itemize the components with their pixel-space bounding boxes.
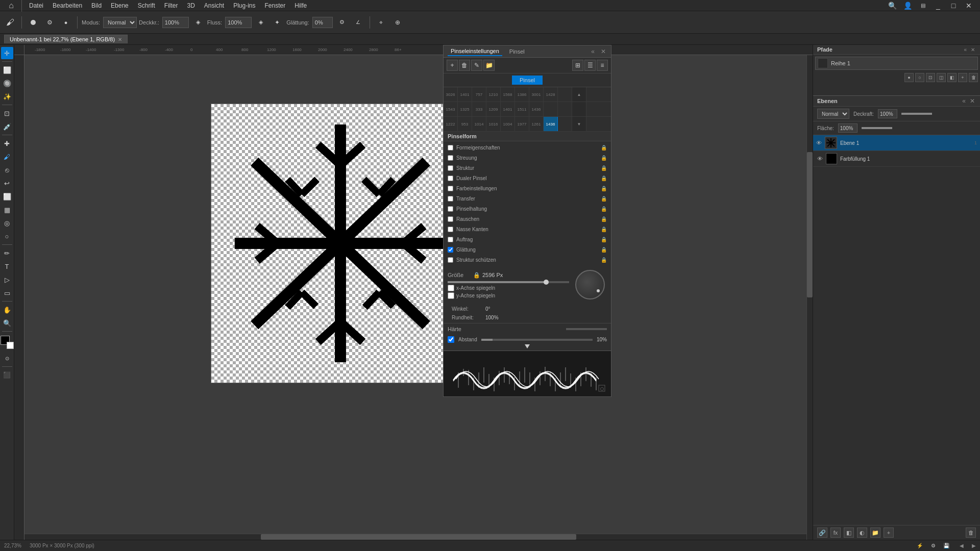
tool-hand[interactable]: ✋ <box>1 304 13 316</box>
status-save-btn[interactable]: 💾 <box>941 542 951 550</box>
y-achse-checkbox[interactable] <box>448 292 454 299</box>
add-group-btn[interactable]: 📁 <box>870 528 880 538</box>
tool-zoom[interactable]: 🔍 <box>1 317 13 329</box>
size-slider-thumb[interactable] <box>544 280 549 285</box>
pfade-stroke-btn[interactable]: ○ <box>915 73 924 82</box>
background-color[interactable] <box>7 342 14 349</box>
pinselhaltung-checkbox[interactable] <box>448 206 453 212</box>
brush-cell[interactable]: 1016 <box>486 117 501 131</box>
pfade-from-selection-btn[interactable]: ◫ <box>937 73 946 82</box>
size-slider[interactable] <box>448 281 569 283</box>
prev-page-btn[interactable]: ◀ <box>960 543 964 548</box>
brush-toggle-btn[interactable]: ● <box>59 15 73 30</box>
pressure-btn[interactable]: ⊕ <box>390 15 405 30</box>
brush-cell[interactable] <box>558 102 572 116</box>
brush-cell-scroll[interactable]: ▼ <box>572 117 586 131</box>
document-tab[interactable]: Unbenannt-1 bei 22,7% (Ebene 1, RGB/8) ✕ <box>4 35 128 43</box>
brush-cell[interactable]: 1568 <box>501 87 515 102</box>
menu-bearbeiten[interactable]: Bearbeiten <box>48 1 86 10</box>
menu-hilfe[interactable]: Hilfe <box>290 1 311 10</box>
next-page-btn[interactable]: ▶ <box>972 543 976 548</box>
new-brush-btn[interactable]: + <box>447 60 458 71</box>
menu-fenster[interactable]: Fenster <box>261 1 290 10</box>
menu-schrift[interactable]: Schrift <box>134 1 159 10</box>
abstand-slider[interactable] <box>481 339 593 341</box>
layer-visibility-icon[interactable]: 👁 <box>816 140 822 146</box>
brush-cell[interactable]: 1325 <box>458 102 472 116</box>
pinsel-mode-btn[interactable]: Pinsel <box>512 76 543 85</box>
tool-magic-wand[interactable]: ✨ <box>1 90 13 103</box>
pfade-mask-btn[interactable]: ◧ <box>947 73 957 82</box>
brush-cell-scroll[interactable]: ▲ <box>572 87 586 102</box>
airbrush-btn[interactable]: ✦ <box>270 15 284 30</box>
brush-settings-btn[interactable]: ⚙ <box>42 15 57 30</box>
brush-cell[interactable]: 1222 <box>444 117 458 131</box>
brush-cell[interactable]: 1401 <box>501 102 515 116</box>
brush-cell[interactable]: 333 <box>472 102 486 116</box>
streuung-lock[interactable]: 🔒 <box>601 155 607 161</box>
pfade-close-btn[interactable]: ✕ <box>970 47 976 53</box>
add-mask-btn[interactable]: ◧ <box>844 528 854 538</box>
brush-cell[interactable]: 1511 <box>515 102 529 116</box>
brush-cell[interactable]: 1401 <box>458 87 472 102</box>
tool-eraser[interactable]: ⬜ <box>1 190 13 203</box>
tool-move[interactable]: ✛ <box>1 47 13 59</box>
brush-size-btn[interactable] <box>26 15 40 30</box>
menu-ansicht[interactable]: Ansicht <box>200 1 228 10</box>
brush-cell[interactable]: 1210 <box>486 87 501 102</box>
farbeinstellungen-lock[interactable]: 🔒 <box>601 186 607 191</box>
menu-bild[interactable]: Bild <box>87 1 106 10</box>
rauschen-checkbox[interactable] <box>448 216 453 222</box>
struktur-checkbox[interactable] <box>448 165 453 171</box>
delete-brush-btn[interactable]: 🗑 <box>459 60 470 71</box>
pfade-path-row[interactable]: Reihe 1 <box>815 57 978 70</box>
streuung-checkbox[interactable] <box>448 155 453 161</box>
brush-cell[interactable]: 3026 <box>444 87 458 102</box>
angle-btn[interactable]: ∠ <box>351 15 365 30</box>
brush-cell-scroll[interactable] <box>572 102 586 116</box>
tool-stamp[interactable]: ⎋ <box>1 164 13 176</box>
brush-cell[interactable]: 3001 <box>529 87 544 102</box>
tool-selection-rect[interactable]: ⬜ <box>1 64 13 76</box>
vertical-scrollbar[interactable] <box>806 55 813 540</box>
add-adjustment-btn[interactable]: ◐ <box>857 528 867 538</box>
struktur-schuetzen-checkbox[interactable] <box>448 257 453 263</box>
x-achse-checkbox[interactable] <box>448 285 454 291</box>
flaeche-input[interactable] <box>838 123 857 133</box>
auftrag-checkbox[interactable] <box>448 237 453 242</box>
tool-lasso[interactable]: 🔘 <box>1 77 13 89</box>
pfade-delete-btn[interactable]: 🗑 <box>969 73 978 82</box>
pinselhaltung-lock[interactable]: 🔒 <box>601 206 607 212</box>
struktur-lock[interactable]: 🔒 <box>601 165 607 171</box>
transfer-lock[interactable]: 🔒 <box>601 196 607 202</box>
layers-close-btn[interactable]: ✕ <box>969 97 976 105</box>
grid-view-btn[interactable]: ⊞ <box>572 60 583 71</box>
home-btn[interactable]: ⌂ <box>4 0 18 13</box>
formeigenschaften-checkbox[interactable] <box>448 145 453 151</box>
status-gpu-btn[interactable]: ⚡ <box>915 542 925 550</box>
status-settings-btn[interactable]: ⚙ <box>928 542 938 550</box>
panel-close-btn[interactable]: ✕ <box>600 48 607 55</box>
pressure-flow-btn[interactable]: ◈ <box>254 15 268 30</box>
tool-brush[interactable]: 🖌 <box>1 151 13 163</box>
tool-gradient[interactable]: ▦ <box>1 204 13 216</box>
deckkraft-input[interactable] <box>162 17 189 28</box>
group-btn[interactable]: 📁 <box>483 60 495 71</box>
tool-shape[interactable]: ▭ <box>1 287 13 299</box>
tool-dodge[interactable]: ○ <box>1 230 13 242</box>
brush-cell[interactable]: 1014 <box>472 117 486 131</box>
brush-cell[interactable] <box>544 102 558 116</box>
layers-collapse-btn[interactable]: « <box>961 97 967 105</box>
horizontal-scrollbar[interactable] <box>24 534 813 540</box>
list-view-btn[interactable]: ☰ <box>584 60 596 71</box>
glaettung-lock[interactable]: 🔒 <box>601 247 607 253</box>
tab-pinsel[interactable]: Pinsel <box>506 47 528 56</box>
pfade-fill-btn[interactable]: ● <box>904 73 914 82</box>
pfade-collapse-btn[interactable]: « <box>963 47 968 53</box>
menu-ebene[interactable]: Ebene <box>107 1 133 10</box>
flaeche-slider[interactable] <box>862 127 892 129</box>
brush-angle-dial[interactable] <box>575 270 605 299</box>
groesse-lock[interactable]: 🔒 <box>473 272 480 279</box>
maximize-btn[interactable]: □ <box>946 0 961 13</box>
glaettung-settings-btn[interactable]: ⚙ <box>335 15 349 30</box>
